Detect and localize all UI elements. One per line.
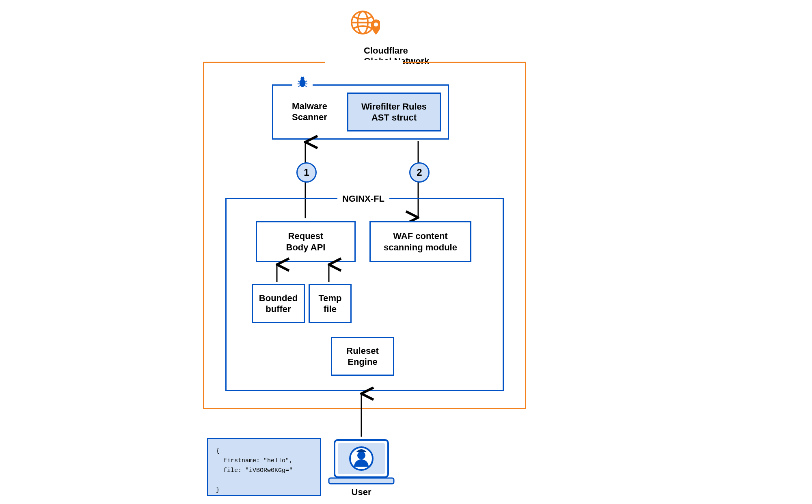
laptop-icon	[325, 437, 398, 486]
avatar-icon	[350, 447, 373, 470]
user-payload-json: { firstname: "hello", file: "iVBORw0KGg=…	[207, 438, 321, 496]
svg-line-10	[298, 85, 300, 87]
svg-rect-21	[329, 478, 394, 484]
title-line-1: Cloudflare	[364, 45, 408, 56]
waf-content-scanning-module-box: WAF content scanning module	[369, 221, 471, 262]
svg-point-23	[357, 451, 365, 459]
nginx-fl-label: NGINX-FL	[337, 194, 389, 204]
request-body-api-box: Request Body API	[256, 221, 356, 262]
step-1-number: 1	[304, 167, 309, 178]
wirefilter-rules-box: Wirefilter Rules AST struct	[347, 93, 441, 131]
ruleset-engine-box: Ruleset Engine	[331, 337, 394, 376]
bounded-buffer-box: Bounded buffer	[252, 284, 305, 323]
step-badge-2: 2	[409, 162, 430, 183]
svg-point-3	[374, 23, 378, 27]
user-label: User	[325, 487, 398, 498]
malware-scanner-label: Malware Scanner	[278, 93, 341, 130]
svg-line-12	[301, 77, 302, 78]
step-badge-1: 1	[296, 162, 317, 183]
bug-icon	[296, 75, 309, 88]
globe-location-icon	[348, 7, 380, 40]
step-2-number: 2	[417, 167, 422, 178]
temp-file-box: Temp file	[309, 284, 352, 323]
title-border-gap	[325, 60, 403, 64]
svg-line-13	[303, 77, 304, 78]
svg-line-11	[305, 85, 307, 87]
